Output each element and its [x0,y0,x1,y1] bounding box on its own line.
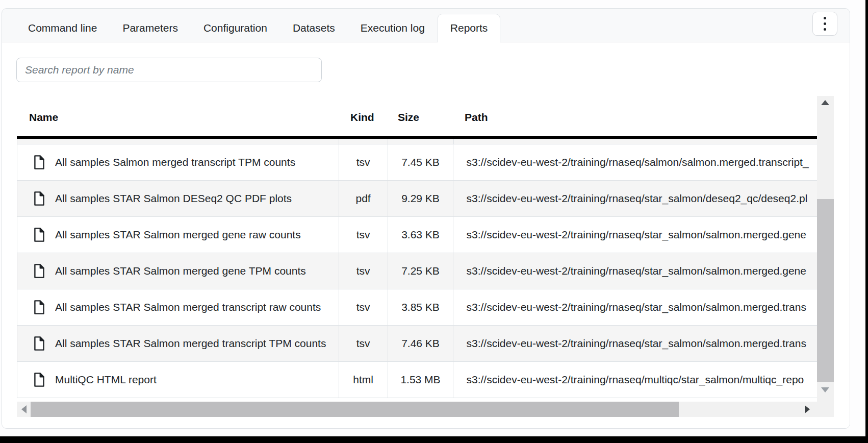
path-cell: s3://scidev-eu-west-2/training/rnaseq/mu… [453,362,817,398]
report-name: All samples STAR Salmon merged gene raw … [55,229,301,241]
more-options-button[interactable] [812,12,837,36]
kind-cell: tsv [339,289,388,325]
report-name: All samples STAR Salmon DESeq2 QC PDF pl… [55,192,292,205]
kind-cell: tsv [339,326,388,361]
report-path: s3://scidev-eu-west-2/training/rnaseq/st… [466,192,807,205]
report-size: 3.63 KB [401,229,440,241]
tab-command-line[interactable]: Command line [15,14,110,42]
scroll-up-icon[interactable] [821,100,829,105]
column-header-kind: Kind [350,111,374,124]
file-icon [34,191,45,206]
report-name: All samples STAR Salmon merged transcrip… [55,301,321,313]
size-cell: 7.25 KB [388,253,453,289]
column-header-name: Name [29,111,58,124]
size-cell: 3.63 KB [388,217,453,253]
tab-label: Execution log [361,22,425,34]
size-cell: 7.46 KB [388,326,453,361]
report-kind: tsv [356,229,370,241]
table-row[interactable]: All samples STAR Salmon merged gene raw … [17,217,817,253]
horizontal-scrollbar-thumb[interactable] [31,402,679,417]
table-row[interactable]: All samples Salmon merged transcript TPM… [17,144,817,181]
column-divider [388,139,388,144]
name-cell: All samples STAR Salmon DESeq2 QC PDF pl… [17,181,339,216]
report-size: 7.45 KB [401,156,440,168]
tab-datasets[interactable]: Datasets [280,14,348,42]
tab-bar: Command line Parameters Configuration Da… [2,9,850,42]
path-cell: s3://scidev-eu-west-2/training/rnaseq/st… [453,326,817,361]
report-size: 3.85 KB [401,301,440,313]
tab-label: Configuration [203,22,267,34]
report-path: s3://scidev-eu-west-2/training/rnaseq/st… [466,301,806,313]
size-cell: 3.85 KB [388,289,453,325]
file-icon [34,373,45,387]
path-cell: s3://scidev-eu-west-2/training/rnaseq/st… [453,253,817,289]
tab-reports[interactable]: Reports [438,14,501,42]
report-kind: html [353,374,373,386]
name-cell: All samples STAR Salmon merged gene TPM … [17,253,339,289]
table-row[interactable]: All samples STAR Salmon DESeq2 QC PDF pl… [17,181,817,217]
path-cell: s3://scidev-eu-west-2/training/rnaseq/st… [453,289,817,325]
tab-configuration[interactable]: Configuration [191,14,280,42]
column-divider [453,139,454,144]
name-cell: All samples STAR Salmon merged gene raw … [17,217,339,253]
kind-cell: tsv [339,253,388,289]
size-cell: 7.45 KB [388,144,453,180]
report-name: MultiQC HTML report [55,374,157,386]
tab-execution-log[interactable]: Execution log [348,14,438,42]
table-row[interactable]: All samples STAR Salmon merged gene TPM … [17,253,817,289]
table-row[interactable]: All samples STAR Salmon merged transcrip… [17,326,817,362]
column-header-size: Size [398,111,419,124]
column-divider [339,139,339,144]
report-size: 7.25 KB [401,265,440,277]
name-cell: All samples STAR Salmon merged transcrip… [17,326,339,361]
file-icon [34,300,45,314]
vertical-scrollbar-thumb[interactable] [817,199,834,382]
file-icon [34,155,45,169]
path-cell: s3://scidev-eu-west-2/training/rnaseq/st… [453,217,817,253]
report-kind: tsv [356,337,370,350]
report-kind: tsv [356,156,370,168]
report-size: 1.53 MB [400,374,440,386]
report-size: 7.46 KB [401,337,440,350]
size-cell: 1.53 MB [388,362,453,398]
report-path: s3://scidev-eu-west-2/training/rnaseq/mu… [466,374,804,386]
tab-label: Command line [28,22,97,34]
file-icon [34,228,45,242]
name-cell: All samples Salmon merged transcript TPM… [17,144,339,180]
scroll-right-icon[interactable] [805,405,810,413]
table-row[interactable]: MultiQC HTML report html 1.53 MB s3://sc… [17,362,817,398]
screen-edge [0,436,868,443]
kind-cell: tsv [339,144,388,180]
screen-edge [865,0,868,443]
kind-cell: html [339,362,388,398]
tab-label: Reports [450,22,488,34]
search-input[interactable] [16,58,322,82]
kebab-menu-icon [824,28,826,31]
report-path: s3://scidev-eu-west-2/training/rnaseq/st… [466,265,806,277]
report-kind: tsv [356,265,370,277]
path-cell: s3://scidev-eu-west-2/training/rnaseq/st… [453,181,817,216]
file-icon [34,336,45,351]
scroll-left-icon[interactable] [21,405,27,413]
report-name: All samples STAR Salmon merged transcrip… [55,337,326,350]
kind-cell: tsv [339,217,388,253]
screen: Command line Parameters Configuration Da… [0,0,868,443]
tab-parameters[interactable]: Parameters [110,14,191,42]
name-cell: MultiQC HTML report [17,362,339,398]
kind-cell: pdf [339,181,388,216]
report-size: 9.29 KB [401,192,440,205]
scroll-down-icon[interactable] [821,387,829,392]
report-kind: pdf [355,192,370,205]
partially-visible-row [17,139,817,144]
report-path: s3://scidev-eu-west-2/training/rnaseq/st… [466,229,806,241]
size-cell: 9.29 KB [388,181,453,216]
report-path: s3://scidev-eu-west-2/training/rnaseq/sa… [466,156,808,168]
path-cell: s3://scidev-eu-west-2/training/rnaseq/sa… [453,144,817,180]
table-body: All samples Salmon merged transcript TPM… [17,144,817,398]
report-kind: tsv [356,301,370,313]
table-row[interactable]: All samples STAR Salmon merged transcrip… [17,289,817,326]
report-name: All samples STAR Salmon merged gene TPM … [55,265,306,277]
name-cell: All samples STAR Salmon merged transcrip… [17,289,339,325]
column-header-path: Path [465,111,488,124]
tab-label: Parameters [122,22,178,34]
